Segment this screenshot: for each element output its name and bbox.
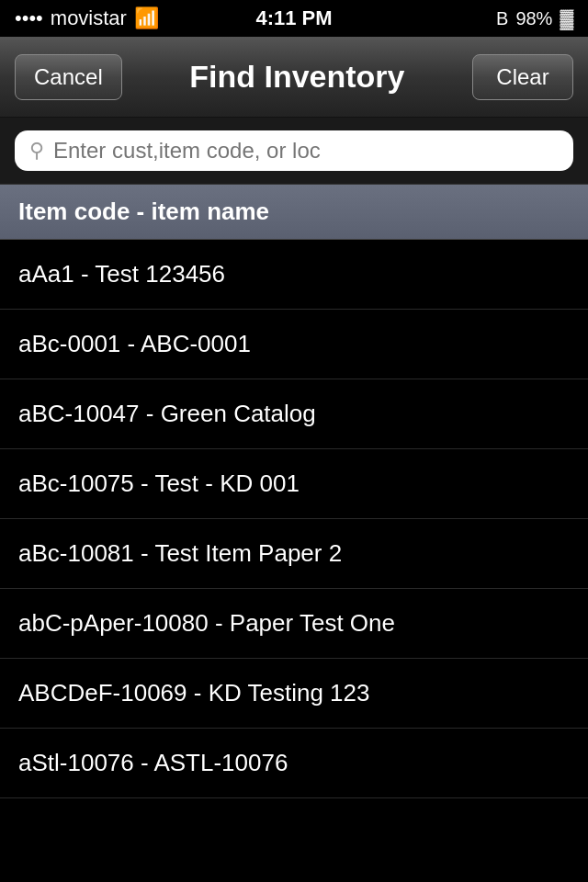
search-input-wrapper[interactable]: ⚲ — [15, 130, 573, 171]
list-item[interactable]: aBC-10047 - Green Catalog — [0, 379, 588, 449]
status-right: B 98% ▓ — [496, 8, 573, 29]
list-item[interactable]: aAa1 - Test 123456 — [0, 240, 588, 310]
list-item[interactable]: aBc-10081 - Test Item Paper 2 — [0, 519, 588, 589]
list-item-text: aBc-10075 - Test - KD 001 — [18, 469, 300, 497]
list-item-text: aStl-10076 - ASTL-10076 — [18, 749, 288, 776]
cancel-button[interactable]: Cancel — [15, 54, 122, 100]
section-header: Item code - item name — [0, 185, 588, 240]
status-left: •••• movistar 📶 — [15, 6, 159, 30]
list-item[interactable]: aStl-10076 - ASTL-10076 — [0, 729, 588, 798]
search-icon: ⚲ — [29, 139, 44, 163]
signal-icon: •••• — [15, 6, 43, 30]
list-item-text: aBC-10047 - Green Catalog — [18, 400, 316, 427]
battery-icon: ▓ — [560, 8, 573, 29]
list-item[interactable]: ABCDeF-10069 - KD Testing 123 — [0, 659, 588, 729]
list-item[interactable]: aBc-10075 - Test - KD 001 — [0, 449, 588, 519]
list-item-text: abC-pAper-10080 - Paper Test One — [18, 609, 395, 637]
status-time: 4:11 PM — [255, 6, 332, 30]
list-item[interactable]: abC-pAper-10080 - Paper Test One — [0, 589, 588, 659]
section-header-text: Item code - item name — [18, 198, 269, 225]
carrier-label: movistar — [51, 6, 127, 30]
battery-label: 98% — [515, 8, 552, 29]
list-item[interactable]: aBc-0001 - ABC-0001 — [0, 310, 588, 379]
list-item-text: ABCDeF-10069 - KD Testing 123 — [18, 679, 370, 707]
nav-bar: Cancel Find Inventory Clear — [0, 37, 588, 118]
list-item-text: aBc-0001 - ABC-0001 — [18, 330, 251, 357]
list-item-text: aAa1 - Test 123456 — [18, 260, 225, 288]
search-input[interactable] — [53, 138, 559, 164]
status-bar: •••• movistar 📶 4:11 PM B 98% ▓ — [0, 0, 588, 37]
item-list: aAa1 - Test 123456aBc-0001 - ABC-0001aBC… — [0, 240, 588, 798]
clear-button[interactable]: Clear — [472, 54, 573, 100]
list-item-text: aBc-10081 - Test Item Paper 2 — [18, 539, 342, 567]
wifi-icon: 📶 — [134, 6, 159, 30]
bluetooth-icon: B — [496, 8, 508, 29]
page-title: Find Inventory — [122, 59, 472, 95]
search-bar: ⚲ — [0, 118, 588, 185]
